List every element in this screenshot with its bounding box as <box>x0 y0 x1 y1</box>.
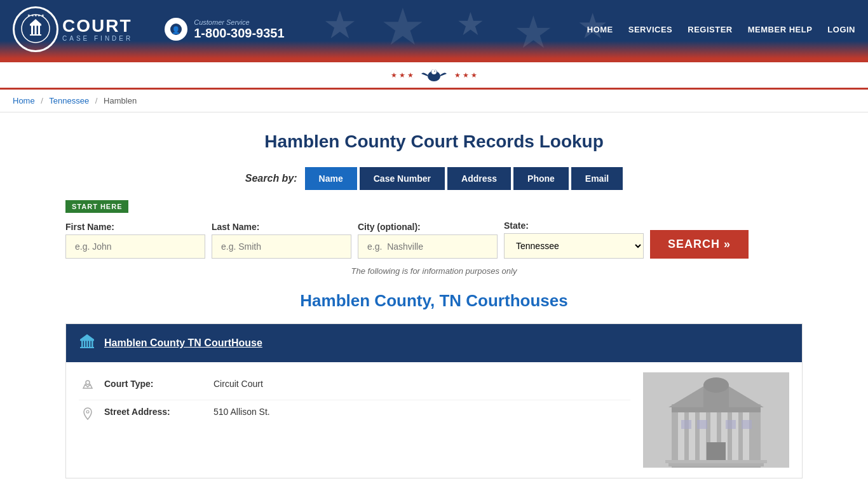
logo-text: COURT CASE FINDER <box>62 17 133 42</box>
svg-rect-45 <box>726 420 736 429</box>
eagle-ribbon-area: ★ ★ ★ ★ ★ ★ <box>0 62 868 90</box>
last-name-input[interactable] <box>212 234 351 259</box>
svg-rect-24 <box>80 339 94 341</box>
start-here-badge: START HERE <box>65 200 128 213</box>
svg-rect-23 <box>92 341 93 347</box>
breadcrumb-sep-1: / <box>41 96 43 105</box>
svg-text:👤: 👤 <box>172 25 180 34</box>
svg-rect-43 <box>681 420 691 429</box>
svg-rect-25 <box>80 347 94 348</box>
phone-text: Customer Service 1-800-309-9351 <box>194 18 284 41</box>
detail-row-court-type: Court Type: Circuit Court <box>79 372 630 400</box>
site-logo[interactable]: ★ ★ ★ ★ ★ COURT CASE FINDER <box>13 6 133 52</box>
svg-text:★: ★ <box>513 8 553 57</box>
svg-text:★: ★ <box>323 4 357 46</box>
logo-court-text: COURT <box>62 17 133 35</box>
site-header: ★ ★ ★ ★ ★ ★ ★ ★ ★ ★ <box>0 0 868 58</box>
phone-icon: 👤 <box>165 18 187 41</box>
svg-rect-19 <box>81 341 83 347</box>
street-address-label: Street Address: <box>104 407 206 417</box>
first-name-label: First Name: <box>65 222 205 232</box>
search-form: First Name: Last Name: City (optional): … <box>65 220 803 259</box>
search-button[interactable]: SEARCH » <box>650 230 749 259</box>
phone-block: 👤 Customer Service 1-800-309-9351 <box>165 18 284 41</box>
courthouse-photo <box>643 372 789 468</box>
breadcrumb-county: Hamblen <box>104 96 137 105</box>
svg-rect-11 <box>30 34 41 36</box>
city-label: City (optional): <box>358 222 498 232</box>
nav-services[interactable]: SERVICES <box>628 25 673 34</box>
svg-text:★: ★ <box>456 6 485 42</box>
search-by-row: Search by: Name Case Number Address Phon… <box>65 167 803 190</box>
street-address-value: 510 Allison St. <box>214 407 270 417</box>
courthouse-details: Court Type: Circuit Court Street Address… <box>79 372 630 468</box>
eagle-row: ★ ★ ★ ★ ★ ★ <box>0 66 868 84</box>
svg-rect-48 <box>668 463 764 466</box>
svg-rect-31 <box>678 410 684 461</box>
tab-name[interactable]: Name <box>305 167 357 190</box>
courthouse-body: Court Type: Circuit Court Street Address… <box>66 362 802 478</box>
city-group: City (optional): <box>358 222 498 259</box>
city-input[interactable] <box>358 234 498 259</box>
detail-row-address: Street Address: 510 Allison St. <box>79 400 630 429</box>
address-icon <box>79 407 97 423</box>
svg-rect-9 <box>38 25 40 34</box>
svg-rect-37 <box>743 410 749 461</box>
svg-rect-39 <box>672 407 761 412</box>
svg-rect-47 <box>665 460 767 463</box>
first-name-group: First Name: <box>65 222 205 259</box>
phone-number: 1-800-309-9351 <box>194 26 284 41</box>
svg-marker-12 <box>30 19 41 24</box>
logo-case-finder-text: CASE FINDER <box>62 35 133 42</box>
state-label: State: <box>504 220 644 231</box>
search-by-label: Search by: <box>245 173 297 184</box>
courthouse-building-icon <box>79 333 95 353</box>
stars-right: ★ ★ ★ <box>454 71 477 79</box>
tab-address[interactable]: Address <box>447 167 511 190</box>
svg-rect-8 <box>35 25 37 34</box>
breadcrumb: Home / Tennessee / Hamblen <box>0 90 868 112</box>
courthouses-title: Hamblen County, TN Courthouses <box>65 291 803 311</box>
svg-rect-32 <box>689 410 695 461</box>
search-form-area: START HERE First Name: Last Name: City (… <box>65 200 803 259</box>
state-group: State: Tennessee <box>504 220 644 259</box>
main-content: Hamblen County Court Records Lookup Sear… <box>53 112 815 488</box>
court-type-icon <box>79 379 97 393</box>
svg-rect-42 <box>707 442 726 461</box>
customer-service-label: Customer Service <box>194 18 284 26</box>
nav-register[interactable]: REGISTER <box>688 25 732 34</box>
courthouse-header: Hamblen County TN CourtHouse <box>66 324 802 362</box>
breadcrumb-home[interactable]: Home <box>13 96 35 105</box>
svg-rect-33 <box>700 410 706 461</box>
svg-rect-44 <box>697 420 707 429</box>
last-name-label: Last Name: <box>212 222 351 232</box>
svg-rect-46 <box>742 420 752 429</box>
state-select[interactable]: Tennessee <box>504 233 644 259</box>
logo-circle: ★ ★ ★ ★ ★ <box>13 6 58 52</box>
svg-rect-49 <box>672 466 761 468</box>
last-name-group: Last Name: <box>212 222 351 259</box>
svg-point-27 <box>86 381 90 384</box>
nav-home[interactable]: HOME <box>587 25 613 34</box>
tab-email[interactable]: Email <box>571 167 623 190</box>
nav-member-help[interactable]: MEMBER HELP <box>748 25 813 34</box>
tab-phone[interactable]: Phone <box>513 167 569 190</box>
svg-point-18 <box>434 71 435 72</box>
svg-rect-36 <box>732 410 738 461</box>
stars-left: ★ ★ ★ <box>391 71 414 79</box>
eagle-icon <box>421 66 447 84</box>
svg-text:★ ★ ★ ★ ★: ★ ★ ★ ★ ★ <box>27 13 44 17</box>
svg-rect-10 <box>30 24 41 26</box>
court-type-value: Circuit Court <box>214 379 263 389</box>
info-note: The following is for information purpose… <box>65 266 803 276</box>
svg-marker-26 <box>80 334 94 339</box>
tab-case-number[interactable]: Case Number <box>360 167 445 190</box>
first-name-input[interactable] <box>65 234 205 259</box>
breadcrumb-state[interactable]: Tennessee <box>49 96 89 105</box>
header-left: ★ ★ ★ ★ ★ COURT CASE FINDER <box>13 6 285 52</box>
svg-rect-7 <box>31 25 33 34</box>
svg-rect-21 <box>86 341 88 347</box>
breadcrumb-sep-2: / <box>95 96 98 105</box>
nav-login[interactable]: LOGIN <box>827 25 855 34</box>
courthouse-name-link[interactable]: Hamblen County TN CourtHouse <box>104 337 262 349</box>
